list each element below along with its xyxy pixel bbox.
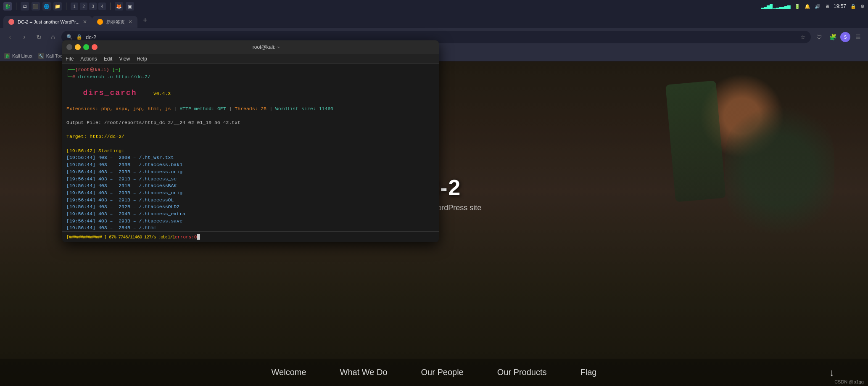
taskbar-settings-icon[interactable]: ⚙	[860, 4, 865, 9]
workspace-4[interactable]: 4	[98, 3, 106, 10]
browser-taskbar-icon[interactable]: 🌐	[42, 2, 51, 11]
terminal-status-bar: [############## ] 67% 7746/11460 127/s j…	[62, 231, 439, 242]
files-icon[interactable]: 🗂	[21, 2, 29, 11]
nav-welcome[interactable]: Welcome	[272, 367, 306, 377]
reload-button[interactable]: ↻	[33, 31, 45, 43]
bookmark-star-icon[interactable]: ☆	[800, 34, 806, 40]
nav-what-we-do[interactable]: What We Do	[340, 367, 388, 377]
firefox-taskbar-icon[interactable]: 🦊	[115, 2, 123, 11]
lock-icon: 🔒	[76, 34, 82, 40]
errors-count: errors:0	[175, 235, 197, 240]
menu-edit[interactable]: Edit	[104, 56, 113, 62]
browser-avatar[interactable]: S	[840, 32, 850, 42]
menu-actions[interactable]: Actions	[80, 56, 97, 62]
nav-flag[interactable]: Flag	[580, 367, 597, 377]
terminal-close-btn[interactable]	[92, 44, 98, 50]
scroll-down-arrow[interactable]: ↓	[829, 367, 834, 378]
forward-button[interactable]: ›	[18, 31, 30, 43]
terminal-menubar: File Actions Edit View Help	[62, 54, 439, 64]
folder-taskbar-icon[interactable]: 📁	[53, 2, 62, 11]
bookmark-kali-linux[interactable]: 🐉 Kali Linux	[4, 53, 32, 59]
nav-our-people[interactable]: Our People	[421, 367, 464, 377]
bookmark-kali-tools[interactable]: 🔧 Kali Tools	[38, 53, 66, 59]
browser-right-icons: 🛡 🧩 S ☰	[813, 31, 864, 43]
terminal-icon-btn	[66, 44, 72, 50]
menu-help[interactable]: Help	[137, 56, 147, 62]
terminal-cursor	[197, 234, 200, 240]
taskbar-bell-icon: 🔔	[805, 4, 810, 9]
terminal-min-btn[interactable]	[75, 44, 81, 50]
tab-close-2[interactable]: ✕	[128, 19, 132, 25]
page-credit: CSDN @p1gg	[834, 379, 864, 384]
kali-logo-icon[interactable]: 🐉	[3, 2, 12, 11]
tab-favicon-1	[8, 19, 14, 25]
webpage-navigation: Welcome What We Do Our People Our Produc…	[0, 359, 868, 386]
tab-title-1: DC-2 – Just another WordPr...	[18, 19, 79, 24]
taskbar-battery-icon: 🔋	[794, 4, 800, 9]
new-tab-button[interactable]: +	[139, 14, 151, 26]
browser-tabs-bar: DC-2 – Just another WordPr... ✕ 新标签页 ✕ +	[0, 13, 868, 28]
taskbar-time: 19:57	[834, 3, 846, 9]
taskbar-lock-icon: 🔒	[850, 4, 856, 9]
workspace-numbers: 1 2 3 4	[71, 3, 106, 10]
terminal-output: ┌──(root㉿kali)-[~] └─# dirsearch -u http…	[62, 64, 439, 231]
nav-our-products[interactable]: Our Products	[497, 367, 547, 377]
browser-menu-icon[interactable]: ☰	[852, 31, 864, 43]
progress-bar: [############## ] 67% 7746/11460 127/s j…	[66, 235, 175, 240]
workspace-1[interactable]: 1	[71, 3, 78, 10]
menu-view[interactable]: View	[119, 56, 130, 62]
taskbar-display-icon: 🖥	[825, 4, 829, 9]
back-button[interactable]: ‹	[4, 31, 16, 43]
terminal-titlebar: root@kali: ~	[62, 40, 439, 54]
terminal-title: root@kali: ~	[98, 44, 435, 50]
taskbar-separator	[16, 3, 16, 10]
taskbar-app-icons: 🐉 🗂 ⬛ 🌐 📁 1 2 3 4 🦊 ▣	[3, 2, 134, 11]
bookmark-kali-label: Kali Linux	[12, 53, 32, 58]
kali-linux-favicon: 🐉	[4, 53, 10, 59]
kali-tools-favicon: 🔧	[38, 53, 44, 59]
taskbar-right-area: ▂▄▆█ ▁▂▃▄▅▆ 🔋 🔔 🔊 🖥 19:57 🔒 ⚙	[761, 3, 865, 9]
signal-bars-icon: ▂▄▆█ ▁▂▃▄▅▆	[761, 4, 790, 9]
browser-tab-2[interactable]: 新标签页 ✕	[92, 16, 137, 28]
tab-close-1[interactable]: ✕	[83, 19, 87, 25]
taskbar-volume-icon: 🔊	[815, 4, 821, 9]
home-button[interactable]: ⌂	[47, 31, 59, 43]
menu-file[interactable]: File	[66, 56, 74, 62]
taskbar-sep3	[110, 3, 111, 10]
tab-title-2: 新标签页	[106, 19, 125, 25]
shield-icon[interactable]: 🛡	[813, 31, 825, 43]
security-icon: 🔍	[66, 34, 73, 40]
address-text: dc-2	[86, 34, 96, 40]
terminal-taskbar-icon[interactable]: ⬛	[32, 2, 40, 11]
extensions-icon[interactable]: 🧩	[827, 31, 839, 43]
monitor-icon[interactable]: ▣	[126, 2, 134, 11]
terminal-window: root@kali: ~ File Actions Edit View Help…	[62, 40, 439, 242]
bg-plant-pot	[725, 103, 834, 238]
taskbar-sep2	[66, 3, 66, 10]
tab-favicon-2	[97, 19, 103, 25]
workspace-3[interactable]: 3	[89, 3, 97, 10]
terminal-max-btn[interactable]	[83, 44, 89, 50]
os-taskbar: 🐉 🗂 ⬛ 🌐 📁 1 2 3 4 🦊 ▣ ▂▄▆█ ▁▂▃▄▅▆ 🔋 🔔 🔊 …	[0, 0, 868, 13]
workspace-2[interactable]: 2	[80, 3, 87, 10]
browser-tab-active[interactable]: DC-2 – Just another WordPr... ✕	[3, 16, 92, 28]
